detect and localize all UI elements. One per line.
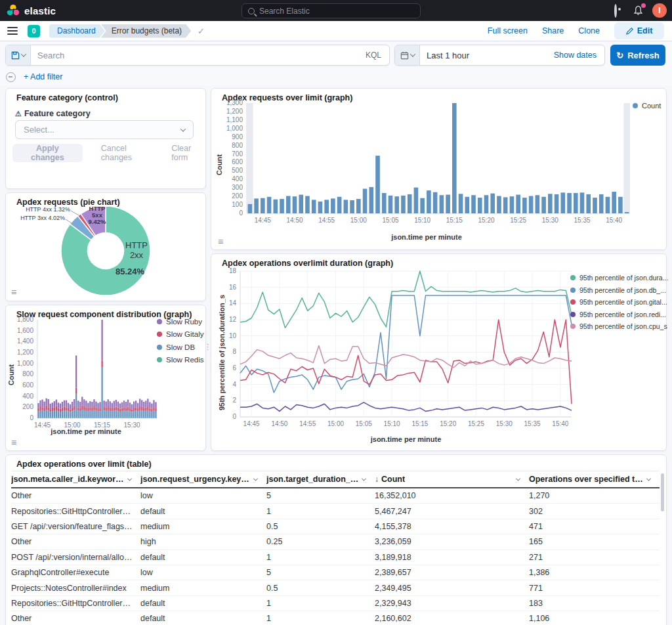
bar-segment[interactable] bbox=[101, 418, 102, 419]
table-row[interactable]: Otherhigh0.253,236,059165 bbox=[11, 534, 660, 550]
bar[interactable] bbox=[586, 194, 591, 213]
notifications-bell-icon[interactable] bbox=[633, 5, 644, 16]
bar-segment[interactable] bbox=[129, 408, 131, 412]
bar-segment[interactable] bbox=[50, 418, 51, 419]
bar-segment[interactable] bbox=[45, 399, 47, 406]
bar-segment[interactable] bbox=[112, 403, 113, 408]
bar-segment[interactable] bbox=[110, 411, 111, 418]
bar-segment[interactable] bbox=[50, 409, 51, 412]
bar-segment[interactable] bbox=[93, 406, 94, 410]
bar-segment[interactable] bbox=[56, 418, 57, 419]
chevron-down-icon[interactable] bbox=[516, 476, 520, 481]
bar-segment[interactable] bbox=[121, 408, 123, 412]
bar-segment[interactable] bbox=[103, 407, 104, 410]
check-icon[interactable]: ✓ bbox=[198, 26, 205, 36]
calendar-menu-button[interactable] bbox=[395, 45, 420, 65]
bar-segment[interactable] bbox=[99, 411, 100, 418]
bar-segment[interactable] bbox=[119, 404, 121, 409]
bar[interactable] bbox=[420, 198, 425, 213]
bar-segment[interactable] bbox=[125, 411, 127, 418]
bar[interactable] bbox=[580, 192, 585, 213]
bar-segment[interactable] bbox=[127, 407, 129, 411]
bar-segment[interactable] bbox=[131, 412, 133, 418]
bar-segment[interactable] bbox=[70, 404, 71, 410]
bar-segment[interactable] bbox=[121, 402, 123, 408]
bar-segment[interactable] bbox=[121, 412, 123, 418]
bar-segment[interactable] bbox=[127, 400, 129, 407]
bar-segment[interactable] bbox=[48, 407, 49, 410]
feature-category-select[interactable]: Select... bbox=[15, 120, 194, 139]
bar-segment[interactable] bbox=[39, 407, 41, 411]
bar-segment[interactable] bbox=[62, 408, 63, 411]
bar-segment[interactable] bbox=[143, 402, 144, 408]
bar-segment[interactable] bbox=[114, 408, 115, 411]
bar-segment[interactable] bbox=[91, 408, 93, 411]
bar-segment[interactable] bbox=[117, 411, 119, 418]
bar[interactable] bbox=[312, 200, 316, 213]
bar[interactable] bbox=[254, 198, 259, 213]
legend-item[interactable]: Slow Ruby⋮ bbox=[157, 317, 204, 326]
bar-segment[interactable] bbox=[72, 411, 73, 418]
bar-segment[interactable] bbox=[123, 400, 125, 407]
bar-segment[interactable] bbox=[127, 410, 129, 418]
filter-options-icon[interactable] bbox=[6, 72, 16, 82]
legend-item[interactable]: Count bbox=[633, 102, 661, 110]
bar-segment[interactable] bbox=[139, 399, 140, 406]
bar-segment[interactable] bbox=[56, 406, 57, 410]
bar-segment[interactable] bbox=[37, 412, 39, 418]
bar[interactable] bbox=[478, 198, 482, 213]
bar[interactable] bbox=[401, 196, 406, 213]
bar[interactable] bbox=[394, 196, 399, 213]
bar-segment[interactable] bbox=[116, 410, 117, 418]
bar-segment[interactable] bbox=[74, 406, 75, 410]
bar-segment[interactable] bbox=[89, 401, 91, 407]
table-column-header[interactable]: json.meta.caller_id.keyword: Desce... bbox=[11, 475, 140, 484]
bar-segment[interactable] bbox=[68, 408, 69, 412]
line-series[interactable] bbox=[240, 320, 572, 404]
bar-segment[interactable] bbox=[137, 403, 138, 408]
add-filter-button[interactable]: + Add filter bbox=[24, 72, 62, 81]
bar-segment[interactable] bbox=[64, 418, 65, 419]
line-chart[interactable]: 02468101214161814:4514:5014:5515:0015:05… bbox=[220, 265, 578, 437]
bar-segment[interactable] bbox=[91, 402, 93, 408]
bar-segment[interactable] bbox=[101, 361, 102, 368]
bar-segment[interactable] bbox=[123, 418, 125, 419]
bar-segment[interactable] bbox=[105, 408, 106, 411]
bar[interactable] bbox=[612, 192, 616, 213]
bar[interactable] bbox=[497, 196, 501, 213]
bar-segment[interactable] bbox=[105, 411, 106, 418]
bar-segment[interactable] bbox=[151, 404, 152, 409]
bar-segment[interactable] bbox=[50, 412, 51, 418]
bar-segment[interactable] bbox=[155, 411, 156, 418]
table-row[interactable]: Otherlow516,352,0101,270 bbox=[11, 488, 660, 504]
bar-segment[interactable] bbox=[64, 407, 65, 411]
bar-segment[interactable] bbox=[45, 406, 47, 410]
bar-segment[interactable] bbox=[149, 402, 150, 408]
bar-segment[interactable] bbox=[58, 408, 59, 412]
bar-segment[interactable] bbox=[74, 399, 75, 406]
bar-segment[interactable] bbox=[58, 402, 59, 408]
bar-segment[interactable] bbox=[141, 410, 142, 418]
bar-segment[interactable] bbox=[125, 408, 127, 411]
bar-segment[interactable] bbox=[112, 408, 113, 412]
bar-segment[interactable] bbox=[75, 394, 77, 418]
bar-segment[interactable] bbox=[147, 410, 148, 418]
bar[interactable] bbox=[433, 192, 438, 213]
bar-segment[interactable] bbox=[83, 406, 85, 410]
bar[interactable] bbox=[337, 197, 342, 213]
bar-segment[interactable] bbox=[75, 356, 77, 388]
bar-segment[interactable] bbox=[108, 410, 109, 418]
bar-segment[interactable] bbox=[41, 418, 43, 419]
share-button[interactable]: Share bbox=[542, 26, 564, 35]
clone-button[interactable]: Clone bbox=[578, 26, 600, 35]
bar-chart[interactable]: 01002003004005006007008009001,0001,1001,… bbox=[217, 99, 637, 230]
bar-segment[interactable] bbox=[81, 406, 83, 410]
bar-segment[interactable] bbox=[147, 406, 148, 410]
bar-segment[interactable] bbox=[131, 409, 133, 412]
bar[interactable] bbox=[522, 198, 527, 213]
bar-segment[interactable] bbox=[60, 408, 61, 412]
bar[interactable] bbox=[363, 189, 368, 213]
bar[interactable] bbox=[356, 199, 361, 213]
bar-segment[interactable] bbox=[93, 410, 94, 418]
bar-segment[interactable] bbox=[48, 399, 49, 408]
